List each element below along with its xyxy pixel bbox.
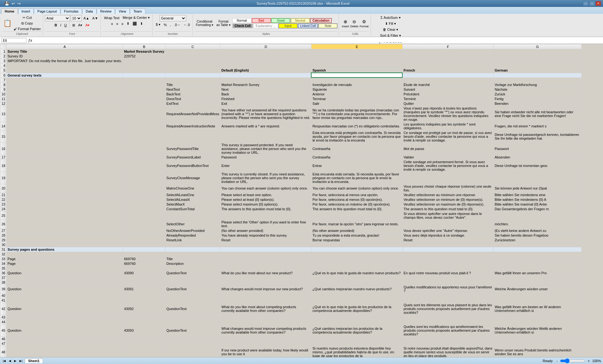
cell-C11[interactable]: DoneText bbox=[165, 96, 220, 101]
style-bad[interactable]: Bad bbox=[252, 18, 271, 23]
cell-F35[interactable] bbox=[402, 266, 493, 270]
font-color-button[interactable]: A▾ bbox=[84, 23, 91, 28]
cell-E19[interactable]: Esta encuesta está cerrada. Si necesita … bbox=[311, 172, 402, 184]
cell-C15[interactable] bbox=[165, 130, 220, 142]
cell-E48[interactable]: Si nuestro nuevo producto estuviera disp… bbox=[311, 346, 402, 357]
row-header-30[interactable]: 30 bbox=[0, 242, 7, 247]
row-header-47[interactable]: 47 bbox=[0, 341, 7, 346]
cell-B45[interactable]: 43093 bbox=[123, 324, 165, 336]
col-header-a[interactable]: A bbox=[7, 44, 123, 49]
font-name-select[interactable]: Arial bbox=[45, 15, 70, 21]
cell-A2[interactable]: Survey ID bbox=[7, 54, 123, 59]
cell-F46[interactable] bbox=[402, 336, 493, 341]
cell-E44[interactable] bbox=[311, 319, 402, 324]
cell-D28[interactable]: You have already responded to this surve… bbox=[220, 233, 311, 238]
cell-E28[interactable]: Tu ya respondiste a esta encuesta, graci… bbox=[311, 233, 402, 238]
cell-B41[interactable] bbox=[123, 298, 165, 302]
cell-A10[interactable] bbox=[7, 92, 123, 96]
cell-F6[interactable] bbox=[402, 73, 493, 78]
cell-E4[interactable] bbox=[311, 63, 402, 68]
cell-E32[interactable] bbox=[311, 252, 402, 256]
cell-C1[interactable] bbox=[165, 49, 220, 54]
cell-D3[interactable] bbox=[220, 59, 311, 63]
cell-F41[interactable] bbox=[402, 298, 493, 302]
cell-C32[interactable] bbox=[165, 252, 220, 256]
cell-G45[interactable]: Welche Änderungen würden Wettb anderen U… bbox=[493, 324, 581, 336]
cell-F8[interactable]: Étude de marché bbox=[402, 82, 493, 87]
comma-button[interactable]: , bbox=[169, 22, 172, 27]
col-header-c[interactable]: C bbox=[165, 44, 220, 49]
cell-F20[interactable]: Vous pouvez choisir chaque réponse (colo… bbox=[402, 184, 493, 192]
cell-G19[interactable] bbox=[493, 172, 581, 184]
row-header-21[interactable]: 21 bbox=[0, 192, 7, 197]
cell-E31[interactable] bbox=[311, 247, 402, 252]
cell-G10[interactable]: Zurück bbox=[493, 92, 581, 96]
cell-F23[interactable]: Veuillez sélectionner un maximum de {0} … bbox=[402, 202, 493, 206]
sort-filter-button[interactable]: Sort & Filter ▾ bbox=[379, 33, 402, 38]
cell-E41[interactable] bbox=[311, 298, 402, 302]
col-header-e[interactable]: E bbox=[311, 44, 402, 49]
cell-G12[interactable]: Beenden bbox=[493, 101, 581, 106]
cell-C12[interactable]: ExitText bbox=[165, 101, 220, 106]
style-note[interactable]: Note bbox=[318, 24, 337, 28]
cell-C13[interactable]: RequiredAnswerNotProvidedMess bbox=[165, 106, 220, 122]
cell-E18[interactable]: Entrar bbox=[311, 159, 402, 172]
cell-B48[interactable] bbox=[123, 346, 165, 357]
cell-F34[interactable] bbox=[402, 261, 493, 266]
cell-E7[interactable] bbox=[311, 78, 402, 82]
cell-A18[interactable] bbox=[7, 159, 123, 172]
cell-C34[interactable]: Description bbox=[165, 261, 220, 266]
row-header-12[interactable]: 12 bbox=[0, 101, 7, 106]
cell-A12[interactable] bbox=[7, 101, 123, 106]
cell-G42[interactable]: Was gefällt Ihnen am besten an W anderen… bbox=[493, 302, 581, 315]
cell-D38[interactable] bbox=[220, 280, 311, 285]
cell-F3[interactable] bbox=[402, 59, 493, 63]
cell-F16[interactable]: Mot de passe bbox=[402, 142, 493, 155]
cell-C23[interactable]: SelectMaxX bbox=[165, 202, 220, 206]
cell-F30[interactable] bbox=[402, 242, 493, 247]
cell-G32[interactable] bbox=[493, 252, 581, 256]
cell-F45[interactable]: Quelles sont les modifications qui améli… bbox=[402, 324, 493, 336]
cell-C18[interactable]: SurveyPasswordButtonText bbox=[165, 159, 220, 172]
cell-F38[interactable] bbox=[402, 280, 493, 285]
cell-G28[interactable]: Sie haben bereits diesen Frageboo bbox=[493, 233, 581, 238]
cell-D30[interactable] bbox=[220, 242, 311, 247]
cell-A13[interactable] bbox=[7, 106, 123, 122]
cell-G30[interactable] bbox=[493, 242, 581, 247]
cell-D32[interactable] bbox=[220, 252, 311, 256]
cell-E15[interactable]: Esta encuesta está protegido con contras… bbox=[311, 130, 402, 142]
cell-E16[interactable]: Contraseña bbox=[311, 142, 402, 155]
cell-F25[interactable]: Si vous désirez spécifier une autre répo… bbox=[402, 211, 493, 220]
close-button[interactable]: ✕ bbox=[595, 1, 601, 6]
cell-G1[interactable] bbox=[493, 49, 581, 54]
cell-E30[interactable] bbox=[311, 242, 402, 247]
row-header-5[interactable]: 5 bbox=[0, 68, 7, 73]
cell-G8[interactable]: Vorlage zur Marktforschung bbox=[493, 82, 581, 87]
align-center-button[interactable]: ≡ bbox=[115, 21, 119, 26]
cell-B30[interactable] bbox=[123, 242, 165, 247]
cell-B22[interactable] bbox=[123, 197, 165, 202]
cell-A38[interactable] bbox=[7, 280, 123, 285]
align-top-button[interactable]: ⬆ bbox=[125, 21, 131, 26]
cell-A48[interactable] bbox=[7, 346, 123, 357]
bold-button[interactable]: B bbox=[53, 23, 58, 28]
cell-E3[interactable] bbox=[311, 59, 402, 63]
cell-G47[interactable] bbox=[493, 341, 581, 346]
cell-D47[interactable] bbox=[220, 341, 311, 346]
cell-F47[interactable] bbox=[402, 341, 493, 346]
name-box[interactable]: E6 bbox=[1, 38, 26, 43]
cell-F36[interactable]: En quoi notre nouveau produit vous plait… bbox=[402, 270, 493, 275]
row-header-33[interactable]: 33 bbox=[0, 256, 7, 261]
cell-C27[interactable]: NoOtherAnswerProvided bbox=[165, 228, 220, 233]
cell-B42[interactable]: 43092 bbox=[123, 302, 165, 315]
cell-F32[interactable] bbox=[402, 252, 493, 256]
row-header-23[interactable]: 23 bbox=[0, 202, 7, 206]
cell-B9[interactable] bbox=[123, 87, 165, 92]
cell-D46[interactable] bbox=[220, 336, 311, 341]
cell-D2[interactable] bbox=[220, 54, 311, 59]
row-header-3[interactable]: 3 bbox=[0, 59, 7, 63]
cell-B4[interactable] bbox=[123, 63, 165, 68]
cell-F26[interactable] bbox=[402, 220, 493, 228]
row-header-32[interactable]: 32 bbox=[0, 252, 7, 256]
cell-A39[interactable]: Question bbox=[7, 285, 123, 293]
